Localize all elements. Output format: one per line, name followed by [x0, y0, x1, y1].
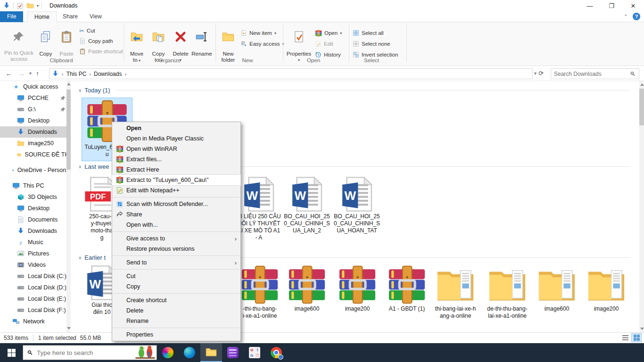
folder-de-thi-thu[interactable]: de-thi-thu-bang- lai-xe-a1-online	[482, 265, 532, 320]
sidebar-item-downloads[interactable]: Downloads	[0, 126, 71, 138]
main-scroll-thumb[interactable]	[639, 89, 644, 125]
sidebar-scroll-up-icon[interactable]	[67, 83, 71, 85]
file-image200-rar[interactable]: image200	[332, 265, 382, 313]
sidebar-item-quick-access[interactable]: Quick access	[0, 81, 71, 92]
folder-image600[interactable]: image600	[532, 265, 582, 313]
sidebar-item-disk-f[interactable]: Local Disk (F:)	[0, 304, 71, 316]
collapse-ribbon-icon[interactable]: ⌃	[624, 14, 628, 20]
back-button[interactable]: ←	[6, 70, 12, 77]
sidebar-item-network[interactable]: Network	[0, 316, 71, 327]
search-box[interactable]: 🔍︎	[551, 68, 639, 79]
select-none-button[interactable]: Select none	[353, 39, 390, 49]
menu-item-properties[interactable]: Properties	[112, 329, 240, 340]
copy-button[interactable]: Copy	[36, 24, 56, 57]
menu-item-open-with-winrar[interactable]: Open with WinRAR	[112, 144, 240, 154]
file-image600-rar[interactable]: image600	[282, 265, 332, 313]
restore-button[interactable]: ❐	[601, 0, 622, 11]
start-button[interactable]	[0, 343, 23, 362]
collapse-group-icon[interactable]: ∨	[78, 88, 82, 93]
file-bo-cau-hoi-hoantat-doc[interactable]: BO_CAU_HOI_25 0_CAU_CHINH_S UA_HOAN_TAT	[332, 176, 382, 234]
paste-button[interactable]: Paste	[57, 24, 76, 57]
tab-home[interactable]: Home	[27, 11, 57, 22]
search-input[interactable]	[551, 71, 630, 77]
tab-file[interactable]: File	[0, 11, 23, 22]
taskbar-copilot-icon[interactable]	[157, 343, 179, 362]
copy-path-button[interactable]: Copy path	[79, 36, 113, 46]
menu-item-send-to[interactable]: Send to ›	[112, 257, 240, 268]
sidebar-item-music[interactable]: Music	[0, 237, 71, 248]
file-bo-cau-hoi-lan2-doc[interactable]: BO_CAU_HOI_25 0_CAU_CHINH_S UA_LAN_2	[282, 176, 332, 234]
search-highlight-parrots-image[interactable]	[135, 345, 156, 361]
sidebar-item-g-drive[interactable]: G:\	[0, 104, 71, 115]
sidebar-item-disk-e[interactable]: Local Disk (E:)	[0, 293, 71, 304]
collapse-group-icon[interactable]: ∨	[78, 164, 82, 169]
file-de-thi-thu-rar[interactable]: -thi-thu-bang- i-xe-a1-online	[235, 265, 285, 320]
qat-new-folder-icon[interactable]	[26, 2, 34, 9]
tab-view[interactable]: View	[83, 11, 109, 22]
close-button[interactable]: ✕	[622, 0, 644, 11]
taskbar-edge-icon[interactable]	[179, 343, 200, 362]
menu-item-create-shortcut[interactable]: Create shortcut	[112, 295, 240, 305]
menu-item-extract-here[interactable]: Extract Here	[112, 165, 240, 175]
menu-item-edit-with-notepadpp[interactable]: Edit with Notepad++	[112, 185, 240, 196]
sidebar-item-desktop-pc[interactable]: Desktop	[0, 203, 71, 214]
search-icon[interactable]: 🔍︎	[630, 71, 639, 77]
breadcrumb-downloads[interactable]: Downloads	[94, 71, 122, 77]
sidebar-item-pictures[interactable]: Pictures	[0, 248, 71, 259]
taskbar-input-method-icon[interactable]: uin□	[244, 343, 265, 362]
sidebar-item-onedrive[interactable]: OneDrive - Personal	[0, 165, 71, 176]
sidebar-scroll-thumb[interactable]	[66, 90, 71, 170]
group-header-today[interactable]: ∨ Today (1)	[78, 87, 630, 94]
breadcrumb[interactable]: › This PC › Downloads ›	[49, 68, 533, 79]
select-all-button[interactable]: Select all	[353, 28, 384, 38]
menu-item-copy[interactable]: Copy	[112, 281, 240, 292]
taskbar-search-box[interactable]: 🔍︎	[23, 345, 157, 360]
qat-customize-caret-icon[interactable]: ▾	[37, 4, 39, 8]
menu-item-cut[interactable]: Cut	[112, 271, 240, 281]
pin-to-quick-access-button[interactable]: Pin to Quick access	[4, 24, 34, 62]
recent-locations-caret-icon[interactable]: ▼	[28, 71, 33, 76]
taskbar-chrome-icon[interactable]	[265, 343, 287, 362]
sidebar-item-documents[interactable]: Documents	[0, 214, 71, 225]
help-icon[interactable]: ?	[633, 13, 640, 20]
menu-item-scan-with-defender[interactable]: Scan with Microsoft Defender...	[112, 199, 240, 209]
address-dropdown-caret-icon[interactable]: ▼	[533, 71, 537, 76]
paste-shortcut-button[interactable]: Paste shortcut	[79, 47, 123, 56]
sidebar-item-image250[interactable]: image250	[0, 138, 71, 149]
minimize-button[interactable]: —	[579, 0, 601, 11]
taskbar-media-app-icon[interactable]	[222, 343, 244, 362]
sidebar-item-3d-objects[interactable]: 3D Objects	[0, 191, 71, 203]
tab-share[interactable]: Share	[56, 11, 85, 22]
details-view-button[interactable]	[620, 334, 630, 342]
menu-item-open-with[interactable]: Open with...	[112, 220, 240, 230]
menu-item-extract-files[interactable]: Extract files...	[112, 154, 240, 165]
folder-thi-bang-lai-xe[interactable]: thi-bang-lai-xe-h ang-a-online	[430, 265, 480, 320]
menu-item-open[interactable]: Open	[112, 123, 240, 133]
edit-button[interactable]: Edit	[315, 39, 333, 49]
sidebar-item-videos[interactable]: Videos	[0, 259, 71, 271]
refresh-icon[interactable]: ⟳	[538, 70, 544, 77]
menu-item-share[interactable]: Share	[112, 209, 240, 220]
file-tailieu-250-doc[interactable]: ÀI LIỆU 250 CÂU HỎI LÝ THUYẾT ÁI XE MÔ T…	[234, 176, 284, 241]
sidebar-item-desktop[interactable]: Desktop	[0, 115, 71, 126]
sidebar-item-downloads-pc[interactable]: Downloads	[0, 225, 71, 237]
sidebar-item-disk-c[interactable]: Local Disk (C:)	[0, 271, 71, 282]
file-a1-gbdt-rar[interactable]: A1 - GBDT (1)	[382, 265, 432, 313]
menu-item-give-access-to[interactable]: Give access to ›	[112, 233, 240, 244]
open-button[interactable]: Open▾	[315, 28, 342, 38]
easy-access-button[interactable]: Easy access▾	[240, 39, 284, 49]
menu-item-rename[interactable]: Rename	[112, 316, 240, 326]
thumbnails-view-button[interactable]	[632, 334, 641, 342]
sidebar-item-pcche[interactable]: PCCHE	[0, 92, 71, 104]
cut-button[interactable]: ✂ Cut	[79, 26, 95, 35]
breadcrumb-this-pc[interactable]: This PC	[66, 71, 87, 77]
rename-button[interactable]: Rename	[190, 24, 213, 57]
new-item-button[interactable]: New item▾	[240, 28, 276, 38]
collapse-group-icon[interactable]: ∨	[78, 255, 82, 260]
menu-item-extract-to[interactable]: Extract to "TuLuyen_600_Cau\"	[112, 175, 240, 185]
sidebar-item-source-de-thi[interactable]: SOURCE ĐỀ THI	[0, 149, 71, 160]
main-scroll-up-icon[interactable]	[640, 83, 644, 86]
main-scroll-down-icon[interactable]	[640, 328, 644, 330]
taskbar-search-input[interactable]	[37, 349, 107, 356]
menu-item-open-media-player-classic[interactable]: Open in Media Player Classic	[112, 133, 240, 144]
